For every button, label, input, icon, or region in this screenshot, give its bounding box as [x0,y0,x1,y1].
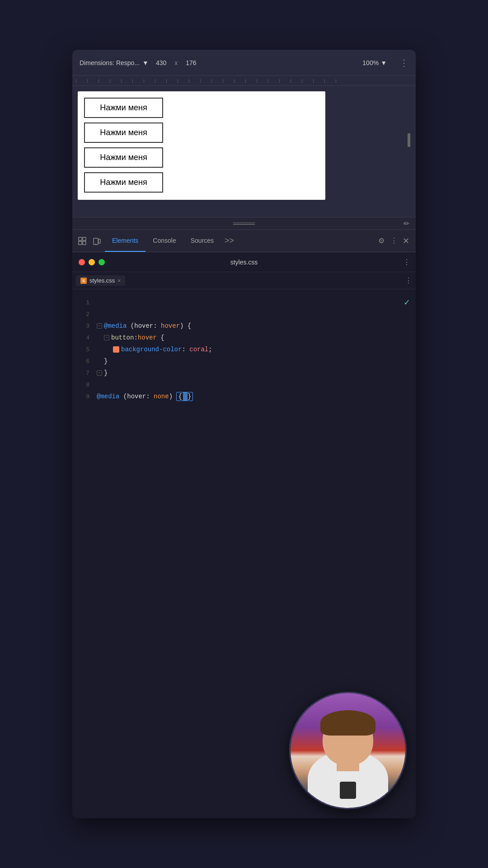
drag-handle-bars [233,222,255,225]
code-line-9: @media (hover: none ) { } [95,391,416,402]
more-tabs-icon[interactable]: >> [221,236,238,245]
preview-button-2[interactable]: Нажми меня [84,123,163,143]
tab-sources[interactable]: Sources [183,230,221,252]
edit-icon[interactable]: ✏ [404,219,409,228]
code-line-8 [95,379,416,391]
dimensions-label: Dimensions: Respo... [80,59,140,66]
preview-button-1[interactable]: Нажми меня [84,98,163,118]
css-file-icon: S [80,278,87,284]
device-icon[interactable] [90,235,103,247]
code-line-4: - button : hover { [95,332,416,344]
code-line-1 [95,297,416,308]
dimensions-selector[interactable]: Dimensions: Respo... ▼ [80,59,149,66]
window-close-button[interactable] [79,259,85,265]
ruler [72,76,416,86]
height-value: 176 [186,59,196,66]
scrollbar-vertical[interactable] [408,133,410,170]
svg-rect-2 [83,237,86,241]
file-tab-bar: S styles.css × ⋮ [72,272,416,289]
svg-rect-0 [79,237,82,241]
line-num-8: 8 [86,379,89,391]
code-line-2 [95,308,416,320]
checkmark-icon: ✓ [404,297,410,307]
file-more-icon[interactable]: ⋮ [403,258,410,266]
line-numbers: 1 2 3 4 5 6 7 8 9 [72,289,95,818]
tab-elements[interactable]: Elements [105,230,145,252]
svg-rect-3 [83,241,86,245]
svg-rect-1 [79,241,82,245]
tab-console[interactable]: Console [145,230,183,252]
width-value: 430 [156,59,166,66]
svg-rect-5 [99,239,100,243]
zoom-selector[interactable]: 100% ▼ [362,59,387,66]
fold-icon-7[interactable]: - [97,370,102,376]
preview-button-4[interactable]: Нажми меня [84,172,163,193]
file-header: styles.css ⋮ [72,252,416,272]
window-controls [79,259,105,265]
window-minimize-button[interactable] [89,259,95,265]
preview-area: Нажми меня Нажми меня Нажми меня Нажми м… [72,86,416,217]
line-num-1: 1 [86,297,89,308]
devtools-close-icon[interactable]: ✕ [399,235,412,247]
file-title: styles.css [230,259,258,266]
topbar-more-icon[interactable]: ⋮ [399,57,408,68]
svg-point-6 [95,243,96,244]
dimensions-arrow: ▼ [142,59,149,66]
line-num-5: 5 [86,344,89,355]
color-swatch-coral[interactable] [113,346,119,353]
fold-icon-4[interactable]: - [104,335,109,340]
file-tab-styles[interactable]: S styles.css × [76,275,125,286]
dim-x: x [174,59,178,66]
devtools-tabs: Elements Console Sources >> ⚙ ⋮ ✕ [72,230,416,252]
webcam-overlay [289,692,407,809]
devtools-window: Dimensions: Respo... ▼ 430 x 176 100% ▼ … [72,50,416,818]
code-editor: 1 2 3 4 5 6 7 8 9 - @media (hover: hover… [72,289,416,818]
devtools-kebab-icon[interactable]: ⋮ [389,236,399,246]
code-line-5: background-color : coral ; [95,344,416,355]
line-num-9: 9 [86,391,89,402]
line-num-7: 7 [86,367,89,379]
file-tab-close-button[interactable]: × [117,278,121,284]
line-num-2: 2 [86,308,89,320]
drag-handle[interactable]: ✏ [72,217,416,230]
preview-content: Нажми меня Нажми меня Нажми меня Нажми м… [78,91,325,200]
window-maximize-button[interactable] [99,259,105,265]
preview-button-3[interactable]: Нажми меня [84,147,163,168]
file-tab-more[interactable]: ⋮ [405,276,412,285]
fold-icon-3[interactable]: - [97,323,102,329]
face-container [291,693,405,808]
line-num-3: 3 [86,320,89,332]
zoom-value: 100% [362,59,379,66]
inspector-icon[interactable] [76,235,89,247]
line-num-4: 4 [86,332,89,344]
zoom-arrow: ▼ [380,59,387,66]
line-num-6: 6 [86,355,89,367]
file-tab-label: styles.css [89,277,115,284]
top-bar: Dimensions: Respo... ▼ 430 x 176 100% ▼ … [72,50,416,76]
settings-icon[interactable]: ⚙ [374,234,389,248]
code-line-3: - @media (hover: hover ) { [95,320,416,332]
cursor [183,392,188,401]
code-line-7: - } [95,367,416,379]
code-line-6: } [95,355,416,367]
